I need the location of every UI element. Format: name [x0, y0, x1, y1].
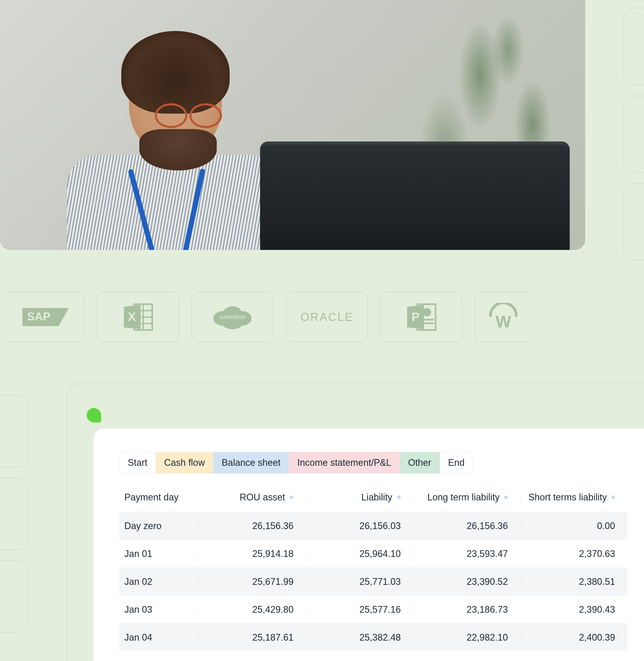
col-header-short-term[interactable]: Short terms liability: [521, 492, 627, 503]
col-header-liability[interactable]: Liability: [306, 492, 413, 503]
integrations-logo-strip: SAP X salesforce ORACLE: [0, 292, 644, 343]
deco-cell: [623, 183, 644, 261]
tab-other[interactable]: Other: [400, 452, 440, 473]
cell-liability: 25,382.48: [306, 629, 413, 646]
cell-payment-day: Jan 04: [119, 632, 199, 643]
cell-rou-asset: 25,429.80: [199, 601, 306, 618]
cell-liability: 25,964.10: [306, 546, 413, 562]
cell-short-term: 2,390.43: [521, 601, 627, 618]
cell-rou-asset: 26,156.36: [199, 518, 306, 534]
cell-long-term: 23,186.73: [413, 601, 520, 618]
tab-cash-flow[interactable]: Cash flow: [156, 452, 213, 473]
cell-payment-day: Day zero: [119, 521, 199, 531]
excel-icon: X: [122, 303, 154, 331]
col-header-long-term[interactable]: Long term liability: [413, 492, 520, 503]
powerpoint-icon: P: [406, 303, 437, 331]
cell-payment-day: Jan 03: [119, 604, 199, 615]
hero-photo: [0, 0, 585, 250]
amortization-table: Payment day ROU asset Liability Long ter…: [119, 492, 627, 651]
deco-cell: [623, 8, 644, 85]
col-header-rou-asset[interactable]: ROU asset: [199, 492, 306, 503]
table-header-row: Payment day ROU asset Liability Long ter…: [119, 492, 627, 512]
workday-icon: W: [487, 303, 520, 331]
logo-salesforce: salesforce: [191, 292, 274, 343]
cell-rou-asset: 25,914.18: [199, 546, 306, 562]
table-row: Jan 01 25,914.18 25,964.10 23,593.47 2,3…: [119, 539, 627, 568]
cell-liability: 25,577.16: [306, 601, 413, 618]
cell-liability: 26,156.03: [306, 518, 413, 534]
cell-short-term: 2,370.63: [521, 546, 627, 562]
logo-sap: SAP: [7, 292, 85, 343]
cell-rou-asset: 25,671.99: [199, 573, 306, 590]
cell-rou-asset: 25,187.61: [199, 629, 306, 646]
svg-point-15: [423, 308, 431, 316]
report-tabs: Start Cash flow Balance sheet Income sta…: [119, 452, 473, 473]
sort-dot-icon: [290, 495, 293, 499]
cell-long-term: 22,982.10: [413, 629, 520, 646]
deco-cell: [623, 95, 644, 173]
cell-long-term: 26,156.36: [413, 518, 520, 534]
table-row: Jan 03 25,429.80 25,577.16 23,186.73 2,3…: [119, 595, 627, 623]
svg-text:P: P: [412, 310, 419, 324]
cell-short-term: 2,400.39: [521, 629, 627, 646]
sort-dot-icon: [397, 495, 401, 499]
sort-dot-icon: [612, 495, 615, 499]
tab-start[interactable]: Start: [119, 452, 156, 473]
cell-payment-day: Jan 01: [119, 548, 199, 559]
deco-cell: [0, 395, 28, 467]
cell-payment-day: Jan 02: [119, 576, 199, 587]
table-row: Jan 02 25,671.99 25,771.03 23,390.52 2,3…: [119, 568, 627, 595]
chat-bubble-icon: [87, 408, 101, 422]
cell-liability: 25,771.03: [306, 573, 413, 590]
col-header-payment-day: Payment day: [119, 492, 199, 503]
table-row: Jan 04 25,187.61 25,382.48 22,982.10 2,4…: [119, 623, 627, 651]
svg-text:X: X: [128, 310, 136, 324]
tab-income-statement[interactable]: Income statement/P&L: [289, 452, 400, 473]
cell-long-term: 23,593.47: [413, 546, 520, 562]
cell-short-term: 2,380.51: [521, 573, 627, 590]
svg-text:SAP: SAP: [27, 310, 50, 323]
deco-cell: [0, 478, 28, 550]
sort-dot-icon: [504, 495, 508, 499]
logo-workday: W: [475, 292, 531, 343]
cell-short-term: 0.00: [521, 518, 627, 534]
logo-powerpoint: P: [380, 292, 462, 343]
deco-cell: [0, 560, 28, 633]
svg-text:salesforce: salesforce: [220, 314, 245, 320]
svg-text:W: W: [496, 312, 511, 331]
table-row: Day zero 26,156.36 26,156.03 26,156.36 0…: [119, 512, 627, 539]
cell-long-term: 23,390.52: [413, 573, 520, 590]
tab-balance-sheet[interactable]: Balance sheet: [213, 452, 289, 473]
logo-oracle: ORACLE: [286, 292, 368, 343]
tab-end[interactable]: End: [440, 452, 473, 473]
data-card: Start Cash flow Balance sheet Income sta…: [93, 428, 644, 661]
salesforce-cloud-icon: salesforce: [210, 303, 254, 331]
logo-excel: X: [97, 292, 179, 343]
